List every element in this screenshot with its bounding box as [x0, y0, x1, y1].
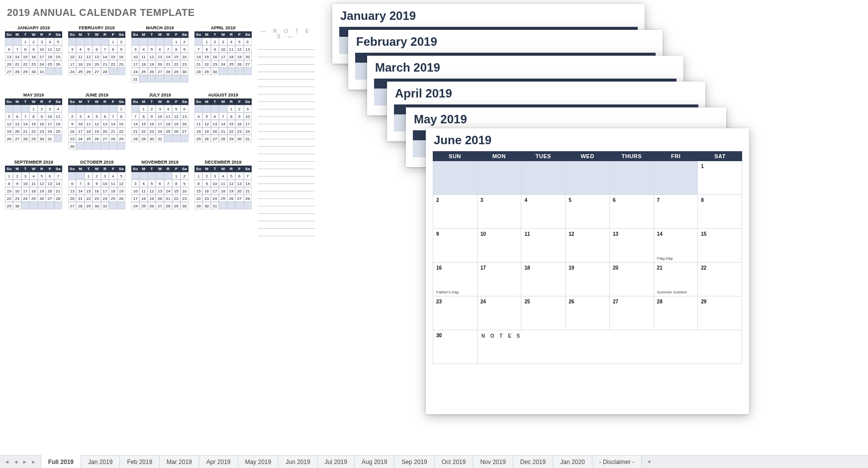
mini-day-cell[interactable]: 3: [131, 45, 139, 53]
mini-day-cell[interactable]: 10: [38, 45, 46, 53]
mini-day-cell[interactable]: 21: [13, 60, 21, 68]
mini-day-cell[interactable]: 7: [13, 45, 21, 53]
mini-day-cell[interactable]: [68, 172, 76, 180]
mini-day-cell[interactable]: 5: [5, 112, 13, 120]
mini-day-cell[interactable]: 28: [164, 68, 172, 75]
calendar-day-cell[interactable]: 20: [610, 263, 654, 296]
notes-line[interactable]: [258, 80, 315, 87]
mini-day-cell[interactable]: [21, 105, 29, 112]
mini-day-cell[interactable]: 28: [21, 135, 29, 142]
mini-day-cell[interactable]: [139, 172, 147, 180]
mini-day-cell[interactable]: 25: [164, 127, 172, 135]
mini-day-cell[interactable]: [29, 202, 37, 209]
mini-day-cell[interactable]: 24: [68, 68, 76, 75]
mini-day-cell[interactable]: 30: [181, 202, 189, 209]
mini-day-cell[interactable]: [202, 105, 210, 112]
mini-day-cell[interactable]: 2: [13, 172, 21, 180]
mini-day-cell[interactable]: 25: [29, 194, 37, 202]
mini-day-cell[interactable]: 23: [181, 194, 189, 202]
mini-day-cell[interactable]: 17: [219, 53, 227, 60]
mini-day-cell[interactable]: 21: [54, 187, 62, 194]
mini-day-cell[interactable]: 20: [156, 60, 164, 68]
mini-day-cell[interactable]: 15: [172, 187, 180, 194]
mini-day-cell[interactable]: 6: [46, 172, 54, 180]
mini-day-cell[interactable]: 27: [181, 127, 189, 135]
mini-day-cell[interactable]: 20: [101, 127, 109, 135]
notes-line[interactable]: [258, 72, 315, 80]
mini-day-cell[interactable]: 11: [227, 45, 235, 53]
mini-day-cell[interactable]: 6: [181, 105, 189, 112]
mini-day-cell[interactable]: 25: [54, 127, 62, 135]
mini-day-cell[interactable]: 24: [38, 60, 46, 68]
mini-day-cell[interactable]: [93, 105, 100, 112]
nav-prev-icon[interactable]: ◄: [12, 459, 20, 465]
mini-day-cell[interactable]: [219, 105, 227, 112]
mini-day-cell[interactable]: [172, 135, 180, 142]
notes-line[interactable]: [258, 154, 315, 162]
mini-day-cell[interactable]: 6: [93, 45, 100, 53]
mini-day-cell[interactable]: 3: [68, 45, 76, 53]
mini-day-cell[interactable]: 27: [156, 202, 164, 209]
mini-day-cell[interactable]: 11: [139, 187, 147, 194]
sheet-tab[interactable]: Oct 2019: [435, 456, 474, 468]
mini-day-cell[interactable]: 21: [101, 60, 109, 68]
mini-day-cell[interactable]: 2: [68, 112, 76, 120]
notes-line[interactable]: [258, 177, 315, 184]
mini-day-cell[interactable]: 18: [54, 120, 62, 127]
notes-line[interactable]: [258, 109, 315, 117]
mini-day-cell[interactable]: 16: [181, 53, 189, 60]
mini-day-cell[interactable]: 2: [29, 38, 37, 45]
mini-day-cell[interactable]: [235, 202, 243, 209]
add-sheet-button[interactable]: +: [642, 456, 657, 468]
mini-day-cell[interactable]: 22: [139, 127, 147, 135]
mini-day-cell[interactable]: 28: [194, 68, 202, 75]
mini-day-cell[interactable]: 6: [156, 45, 164, 53]
mini-day-cell[interactable]: [109, 68, 117, 75]
mini-day-cell[interactable]: [131, 38, 139, 45]
mini-day-cell[interactable]: 6: [235, 172, 243, 180]
mini-day-cell[interactable]: [101, 38, 109, 45]
calendar-day-cell[interactable]: 11: [521, 229, 566, 263]
mini-day-cell[interactable]: 9: [202, 180, 210, 187]
mini-day-cell[interactable]: 27: [5, 68, 13, 75]
mini-day-cell[interactable]: 1: [172, 172, 180, 180]
mini-day-cell[interactable]: 17: [156, 120, 164, 127]
mini-day-cell[interactable]: 26: [85, 68, 93, 75]
mini-day-cell[interactable]: 11: [54, 112, 62, 120]
mini-day-cell[interactable]: 19: [172, 120, 180, 127]
mini-day-cell[interactable]: 12: [202, 120, 210, 127]
calendar-day-cell[interactable]: 25: [521, 296, 566, 330]
mini-day-cell[interactable]: 15: [227, 120, 235, 127]
mini-day-cell[interactable]: [219, 68, 227, 75]
mini-day-cell[interactable]: 17: [101, 187, 109, 194]
mini-day-cell[interactable]: 23: [148, 127, 156, 135]
calendar-day-cell[interactable]: 12: [566, 229, 610, 263]
mini-day-cell[interactable]: 15: [194, 187, 202, 194]
notes-line[interactable]: [258, 191, 315, 199]
notes-line[interactable]: [258, 50, 315, 57]
mini-day-cell[interactable]: 14: [244, 180, 252, 187]
mini-day-cell[interactable]: 21: [131, 127, 139, 135]
mini-day-cell[interactable]: 3: [21, 172, 29, 180]
mini-day-cell[interactable]: 6: [5, 45, 13, 53]
calendar-day-cell[interactable]: 14Flag Day: [654, 229, 698, 263]
nav-first-icon[interactable]: ◄: [3, 459, 11, 465]
mini-day-cell[interactable]: [148, 38, 156, 45]
mini-day-cell[interactable]: 10: [68, 53, 76, 60]
mini-day-cell[interactable]: 8: [29, 112, 37, 120]
calendar-day-cell[interactable]: 19: [566, 263, 610, 296]
mini-day-cell[interactable]: 8: [85, 180, 93, 187]
mini-day-cell[interactable]: 31: [211, 202, 219, 209]
mini-day-cell[interactable]: 9: [235, 112, 243, 120]
notes-line[interactable]: [258, 199, 315, 206]
mini-day-cell[interactable]: 30: [181, 68, 189, 75]
mini-day-cell[interactable]: 29: [194, 202, 202, 209]
calendar-day-cell[interactable]: [654, 161, 698, 195]
mini-day-cell[interactable]: 15: [29, 120, 37, 127]
mini-day-cell[interactable]: 8: [172, 45, 180, 53]
mini-day-cell[interactable]: 2: [148, 105, 156, 112]
mini-day-cell[interactable]: 6: [101, 112, 109, 120]
mini-day-cell[interactable]: 7: [219, 112, 227, 120]
mini-day-cell[interactable]: 16: [68, 127, 76, 135]
notes-line[interactable]: [258, 221, 315, 229]
